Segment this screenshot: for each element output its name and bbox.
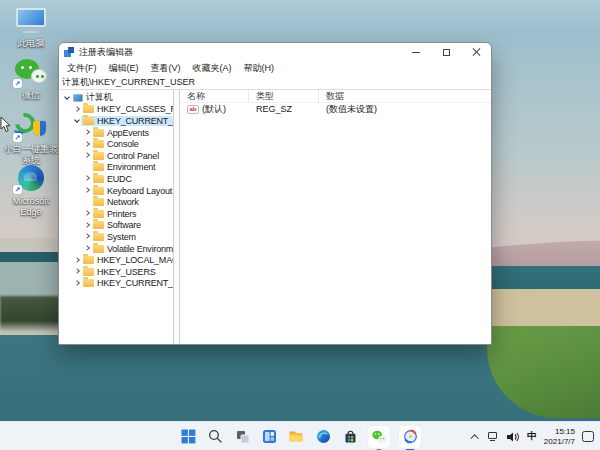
column-header-0[interactable]: 名称 [180,90,249,102]
folder-icon [93,129,104,137]
start-button[interactable] [179,426,197,448]
collapsed-chevron-icon[interactable] [73,105,81,113]
window-titlebar[interactable]: 注册表编辑器 [59,43,491,61]
value-row-(默认)[interactable]: ab(默认)REG_SZ(数值未设置) [180,103,491,115]
desktop-icon-label: 微信 [4,90,58,101]
collapsed-chevron-icon[interactable] [73,268,81,276]
tree-item-label: HKEY_USERS [97,267,156,277]
collapsed-chevron-icon[interactable] [83,129,91,137]
tree-item-System[interactable]: System [59,231,173,243]
tree-item-HKEY_CLASSES_ROOT[interactable]: HKEY_CLASSES_ROOT [59,104,173,116]
xiaobai-taskbar-button[interactable] [399,426,421,448]
shortcut-arrow-icon: ↗ [13,79,22,88]
network-icon[interactable] [486,431,499,442]
menu-item-3[interactable]: 收藏夹(A) [187,62,238,75]
tree-item-Volatile Environment[interactable]: Volatile Environment [59,243,173,255]
widgets-button[interactable] [260,426,278,448]
collapsed-chevron-icon[interactable] [83,245,91,253]
desktop-icon-edge[interactable]: ↗ Microsoft Edge [4,164,58,217]
edge-icon: ↗ [13,164,49,194]
tree-item-Network[interactable]: Network [59,196,173,208]
address-text: 计算机\HKEY_CURRENT_USER [62,76,195,89]
folder-icon [83,117,94,125]
wechat-taskbar-button[interactable] [368,426,390,448]
collapsed-chevron-icon[interactable] [83,210,91,218]
list-rows: ab(默认)REG_SZ(数值未设置) [180,103,491,115]
tree-item-label: Printers [107,209,136,219]
task-view-button[interactable] [233,426,251,448]
folder-icon [93,198,104,206]
menu-item-2[interactable]: 查看(V) [145,62,187,75]
tree-item-AppEvents[interactable]: AppEvents [59,127,173,139]
tree-item-Printers[interactable]: Printers [59,208,173,220]
mouse-cursor [0,117,12,133]
address-bar[interactable]: 计算机\HKEY_CURRENT_USER [59,75,491,90]
shortcut-arrow-icon: ↗ [13,133,22,142]
folder-icon [93,187,104,195]
search-button[interactable] [206,426,224,448]
menu-item-0[interactable]: 文件(F) [61,62,103,75]
taskbar-clock[interactable]: 15:15 2021/7/7 [544,427,575,446]
tree-item-label: Keyboard Layout [107,186,172,196]
column-header-2[interactable]: 数据 [319,90,491,102]
tree-scrollbar[interactable] [173,90,180,344]
collapsed-chevron-icon[interactable] [83,140,91,148]
collapsed-chevron-icon[interactable] [83,175,91,183]
collapsed-chevron-icon[interactable] [83,187,91,195]
value-name: (默认) [202,103,226,116]
file-explorer-button[interactable] [287,426,305,448]
tree-item-Software[interactable]: Software [59,220,173,232]
folder-icon [93,175,104,183]
menu-item-4[interactable]: 帮助(H) [238,62,281,75]
xiaobai-icon [403,429,418,444]
tree-item-HKEY_CURRENT_CONFIG[interactable]: HKEY_CURRENT_CONFIG [59,278,173,290]
computer-icon [73,94,83,102]
desktop-icon-wechat[interactable]: ↗ 微信 [4,58,58,101]
collapsed-chevron-icon[interactable] [73,256,81,264]
microsoft-store-button[interactable] [341,426,359,448]
tree-item-计算机[interactable]: 计算机 [59,92,173,104]
value-data: (数值未设置) [319,103,491,116]
tree-item-EUDC[interactable]: EUDC [59,173,173,185]
desktop-icon-xiaobai[interactable]: ↗ 小白一键重装系统 [4,112,58,165]
folder-icon [93,152,104,160]
collapsed-chevron-icon[interactable] [83,233,91,241]
folder-icon [93,245,104,253]
menu-item-1[interactable]: 编辑(E) [103,62,145,75]
tree-item-Console[interactable]: Console [59,138,173,150]
volume-icon[interactable] [506,431,520,443]
expanded-chevron-icon[interactable] [73,117,81,125]
tree-item-HKEY_CURRENT_USER[interactable]: HKEY_CURRENT_USER [59,115,173,127]
menu-bar: 文件(F)编辑(E)查看(V)收藏夹(A)帮助(H) [59,61,491,75]
maximize-button[interactable] [431,43,461,61]
edge-button[interactable] [314,426,332,448]
tree-item-Control Panel[interactable]: Control Panel [59,150,173,162]
registry-editor-window: 注册表编辑器 文件(F)编辑(E)查看(V)收藏夹(A)帮助(H) 计算机\HK… [58,42,492,345]
minimize-button[interactable] [401,43,431,61]
tree-item-label: AppEvents [107,128,149,138]
ime-indicator[interactable]: 中 [527,430,537,443]
tree-item-Environment[interactable]: Environment [59,162,173,174]
folder-icon [83,105,94,113]
close-button[interactable] [461,43,491,61]
tree-item-label: Software [107,220,141,230]
folder-icon [93,140,104,148]
tree-item-HKEY_LOCAL_MACHINE[interactable]: HKEY_LOCAL_MACHINE [59,254,173,266]
hidden-icons-chevron-icon[interactable] [471,434,479,442]
this-pc-icon [13,6,49,36]
minimize-icon [412,52,420,53]
notification-center-icon[interactable] [582,431,594,442]
tree-item-HKEY_USERS[interactable]: HKEY_USERS [59,266,173,278]
tree-item-label: HKEY_CURRENT_CONFIG [97,278,173,288]
tree-item-label: HKEY_CLASSES_ROOT [97,104,173,114]
registry-editor-app-icon [64,47,74,57]
column-header-1[interactable]: 类型 [249,90,319,102]
desktop-icon-this-pc[interactable]: 此电脑 [4,6,58,49]
collapsed-chevron-icon[interactable] [83,152,91,160]
collapsed-chevron-icon[interactable] [83,221,91,229]
collapsed-chevron-icon[interactable] [73,279,81,287]
folder-icon [93,163,104,171]
desktop-icon-label: 小白一键重装系统 [4,144,58,165]
expanded-chevron-icon[interactable] [63,94,71,102]
tree-item-Keyboard Layout[interactable]: Keyboard Layout [59,185,173,197]
